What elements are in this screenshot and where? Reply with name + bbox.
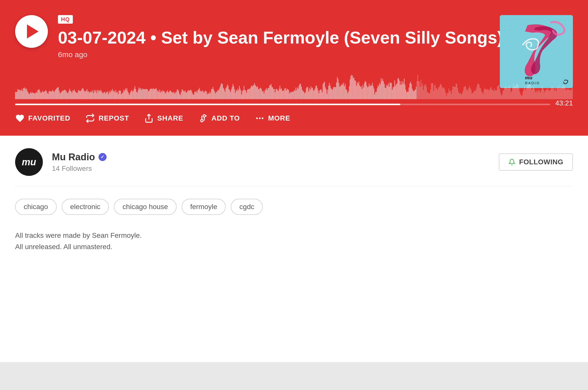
repost-icon [85, 113, 95, 123]
svg-point-36 [203, 115, 206, 117]
progress-bar[interactable] [15, 104, 550, 105]
play-icon [27, 24, 39, 38]
header-row: HQ 03-07-2024 • Set by Sean Fermoyle (Se… [15, 15, 573, 59]
svg-point-4 [519, 20, 520, 21]
svg-point-23 [570, 25, 571, 26]
description-line1: All tracks were made by Sean Fermoyle. [15, 230, 573, 241]
tag-cgdc[interactable]: cgdc [231, 199, 263, 215]
top-section: mu RADIO HQ 03-07-2024 • Set by Sean Fer… [0, 0, 588, 136]
add-to-button[interactable]: ADD TO [198, 113, 240, 123]
svg-point-12 [560, 20, 561, 21]
tag-chicago-house[interactable]: chicago house [114, 199, 177, 215]
verified-badge [99, 153, 107, 161]
share-button[interactable]: SHARE [144, 113, 183, 123]
artist-row: mu Mu Radio 14 Followers FOLLOWING [15, 136, 573, 186]
svg-point-3 [514, 20, 515, 21]
svg-point-7 [535, 20, 536, 21]
following-label: FOLLOWING [519, 158, 563, 166]
svg-point-5 [525, 20, 526, 21]
bottom-section: mu Mu Radio 14 Followers FOLLOWING chica… [0, 136, 588, 362]
tag-fermoyle[interactable]: fermoyle [182, 199, 226, 215]
description-line2: All unreleased. All unmastered. [15, 241, 573, 253]
duration-label: 43:21 [555, 99, 573, 107]
more-button[interactable]: MORE [255, 113, 290, 123]
svg-point-30 [570, 30, 571, 31]
svg-point-16 [509, 25, 510, 26]
tag-chicago[interactable]: chicago [15, 199, 57, 215]
waveform-canvas[interactable] [15, 71, 573, 99]
favorited-label: FAVORITED [28, 114, 70, 122]
share-icon [144, 113, 154, 123]
tags-section: chicagoelectronicchicago housefermoylecg… [15, 186, 573, 225]
artist-details: Mu Radio 14 Followers [52, 152, 107, 173]
bell-icon [508, 159, 515, 166]
svg-point-17 [514, 25, 515, 26]
time-ago: 6mo ago [58, 50, 573, 59]
svg-point-8 [540, 20, 541, 21]
track-info: HQ 03-07-2024 • Set by Sean Fermoyle (Se… [58, 15, 573, 59]
svg-point-11 [555, 20, 556, 21]
svg-point-22 [565, 25, 566, 26]
artist-followers: 14 Followers [52, 165, 107, 173]
svg-point-9 [545, 20, 546, 21]
svg-point-20 [555, 25, 556, 26]
svg-point-14 [570, 20, 571, 21]
svg-point-13 [565, 20, 566, 21]
svg-point-1 [504, 20, 505, 21]
svg-point-15 [504, 25, 505, 26]
svg-point-24 [504, 30, 505, 31]
artist-name-row: Mu Radio [52, 152, 107, 163]
svg-point-43 [262, 118, 263, 119]
heart-icon [15, 113, 25, 123]
hq-badge: HQ [58, 15, 73, 24]
svg-point-18 [519, 25, 520, 26]
track-title: 03-07-2024 • Set by Sean Fermoyle (Seven… [58, 28, 573, 47]
more-icon [255, 113, 265, 123]
add-to-icon [198, 113, 208, 123]
svg-point-10 [550, 20, 551, 21]
waveform-area[interactable]: 43:21 [15, 71, 573, 107]
add-to-label: ADD TO [211, 114, 240, 122]
play-button[interactable] [15, 15, 48, 48]
following-button[interactable]: FOLLOWING [499, 153, 573, 171]
repost-label: REPOST [99, 114, 129, 122]
repost-button[interactable]: REPOST [85, 113, 129, 123]
svg-point-35 [201, 120, 203, 122]
more-label: MORE [268, 114, 290, 122]
action-bar: FAVORITED REPOST SHARE [15, 111, 573, 123]
artist-avatar[interactable]: mu [15, 148, 43, 176]
artist-avatar-text: mu [22, 157, 36, 168]
svg-point-19 [550, 25, 551, 26]
artist-left: mu Mu Radio 14 Followers [15, 148, 107, 176]
tag-electronic[interactable]: electronic [62, 199, 109, 215]
share-label: SHARE [157, 114, 183, 122]
svg-point-2 [509, 20, 510, 21]
svg-point-6 [530, 20, 531, 21]
description: All tracks were made by Sean Fermoyle. A… [15, 225, 573, 258]
artist-name[interactable]: Mu Radio [52, 152, 95, 163]
svg-point-28 [560, 30, 561, 31]
svg-point-42 [259, 118, 260, 119]
progress-fill [15, 104, 400, 105]
favorited-button[interactable]: FAVORITED [15, 113, 70, 123]
svg-point-41 [256, 118, 258, 119]
svg-point-25 [509, 30, 510, 31]
